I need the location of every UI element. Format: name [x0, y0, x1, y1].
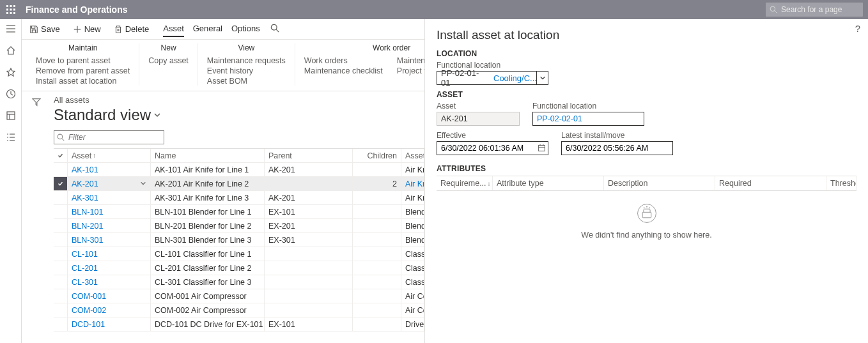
rib-work-orders[interactable]: Work orders [304, 56, 383, 65]
label-functional-location-2: Functional location [532, 102, 644, 111]
cell-name: AK-101 Air Knife for Line 1 [151, 163, 265, 176]
svg-rect-15 [7, 112, 15, 119]
rib-copy-asset[interactable]: Copy asset [148, 56, 189, 65]
new-button[interactable]: New [70, 23, 104, 35]
cell-parent [265, 261, 353, 275]
tab-options[interactable]: Options [231, 21, 260, 37]
filter-pane-icon[interactable] [32, 98, 54, 109]
table-row[interactable]: CL-101CL-101 Classifier for Line 1Classi… [54, 247, 424, 261]
attr-col-threshold[interactable]: Thresho [826, 176, 856, 190]
grid-filter-input[interactable] [54, 130, 164, 144]
view-selector[interactable]: Standard view [54, 106, 424, 124]
row-checkbox[interactable] [54, 177, 68, 190]
save-button[interactable]: Save [27, 23, 63, 35]
delete-button[interactable]: Delete [111, 23, 152, 35]
ribbon-group-maintain: Maintain [36, 43, 130, 52]
rib-install-location[interactable]: Install asset at location [36, 77, 130, 86]
row-checkbox[interactable] [54, 233, 68, 247]
table-row[interactable]: COM-002COM-002 Air CompressorAir Co [54, 303, 424, 317]
cell-name: AK-301 Air Knife for Line 3 [151, 191, 265, 204]
effective-field[interactable] [437, 141, 548, 155]
col-name[interactable]: Name [151, 149, 265, 162]
help-icon[interactable]: ? [855, 23, 860, 34]
row-checkbox[interactable] [54, 247, 68, 261]
ribbon-group-new: New [148, 43, 189, 52]
table-row[interactable]: AK-201AK-201 Air Knife for Line 22Air Kn [54, 177, 424, 191]
cell-parent [265, 303, 353, 317]
chevron-down-icon[interactable] [536, 72, 548, 84]
functional-location-combo[interactable]: PP-02-01-01 Cooling/C... [437, 71, 548, 85]
attr-col-type[interactable]: Attribute type [493, 176, 604, 190]
save-label: Save [41, 24, 60, 34]
cell-asset-type: Air Kn [401, 191, 424, 204]
actionbar-search-icon[interactable] [270, 24, 279, 34]
attr-col-requirement[interactable]: Requireme...↓ [437, 176, 493, 190]
cell-asset[interactable]: DCD-101 [68, 317, 151, 331]
row-checkbox[interactable] [54, 289, 68, 303]
row-checkbox[interactable] [54, 219, 68, 232]
table-row[interactable]: AK-301AK-301 Air Knife for Line 3AK-201A… [54, 191, 424, 205]
cell-asset[interactable]: CL-101 [68, 247, 151, 261]
col-select[interactable] [54, 149, 68, 162]
rib-asset-bom[interactable]: Asset BOM [207, 77, 286, 86]
col-asset-type[interactable]: Asset t [401, 149, 424, 162]
svg-line-10 [775, 11, 777, 13]
cell-asset-type: Drive- [401, 317, 424, 331]
home-icon[interactable] [4, 43, 18, 57]
nav-menu-icon[interactable] [4, 22, 18, 36]
rib-maint-checklist[interactable]: Maintenance checklist [304, 66, 383, 75]
table-row[interactable]: AK-101AK-101 Air Knife for Line 1AK-201A… [54, 163, 424, 177]
row-checkbox[interactable] [54, 163, 68, 176]
col-parent[interactable]: Parent [265, 149, 353, 162]
svg-rect-4 [10, 9, 12, 11]
table-row[interactable]: DCD-101DCD-101 DC Drive for EX-101EX-101… [54, 317, 424, 332]
cell-asset[interactable]: BLN-101 [68, 205, 151, 218]
col-asset[interactable]: Asset↑ [68, 149, 151, 162]
rib-remove-parent[interactable]: Remove from parent asset [36, 66, 130, 75]
rib-event-history[interactable]: Event history [207, 66, 286, 75]
search-icon [770, 6, 777, 13]
table-row[interactable]: BLN-301BLN-301 Blender for Line 3EX-301B… [54, 233, 424, 247]
recent-icon[interactable] [4, 87, 18, 101]
svg-rect-6 [6, 12, 8, 14]
row-checkbox[interactable] [54, 191, 68, 204]
row-checkbox[interactable] [54, 275, 68, 289]
modules-icon[interactable] [4, 130, 18, 144]
row-checkbox[interactable] [54, 261, 68, 275]
global-search-input[interactable] [766, 3, 863, 17]
cell-asset[interactable]: CL-301 [68, 275, 151, 289]
table-row[interactable]: CL-301CL-301 Classifier for Line 3Classi… [54, 275, 424, 289]
attr-col-description[interactable]: Description [604, 176, 715, 190]
funcloc2-field[interactable] [532, 112, 644, 126]
cell-asset[interactable]: AK-301 [68, 191, 151, 204]
row-checkbox[interactable] [54, 317, 68, 331]
svg-point-36 [644, 208, 644, 208]
table-row[interactable]: BLN-101BLN-101 Blender for Line 1EX-101B… [54, 205, 424, 219]
cell-parent [265, 275, 353, 289]
cell-asset[interactable]: AK-201 [68, 177, 151, 190]
chevron-down-icon[interactable] [140, 179, 146, 188]
tab-general[interactable]: General [193, 21, 222, 37]
row-checkbox[interactable] [54, 205, 68, 218]
cell-asset[interactable]: BLN-201 [68, 219, 151, 232]
cell-asset[interactable]: COM-002 [68, 303, 151, 317]
cell-asset[interactable]: CL-201 [68, 261, 151, 275]
table-row[interactable]: COM-001COM-001 Air CompressorAir Co [54, 289, 424, 303]
app-launcher-icon[interactable] [0, 0, 22, 19]
workspaces-icon[interactable] [4, 109, 18, 123]
cell-name: BLN-301 Blender for Line 3 [151, 233, 265, 247]
svg-point-26 [271, 24, 277, 30]
rib-maint-requests[interactable]: Maintenance requests [207, 56, 286, 65]
tab-asset[interactable]: Asset [163, 21, 184, 37]
table-row[interactable]: BLN-201BLN-201 Blender for Line 2EX-201B… [54, 219, 424, 233]
cell-asset[interactable]: COM-001 [68, 289, 151, 303]
col-children[interactable]: Children [353, 149, 401, 162]
row-checkbox[interactable] [54, 303, 68, 317]
attr-col-required[interactable]: Required [715, 176, 826, 190]
table-row[interactable]: CL-201CL-201 Classifier for Line 2Classi… [54, 261, 424, 275]
cell-asset[interactable]: AK-101 [68, 163, 151, 176]
cell-asset[interactable]: BLN-301 [68, 233, 151, 247]
favorites-icon[interactable] [4, 65, 18, 79]
rib-move-parent[interactable]: Move to parent asset [36, 56, 130, 65]
calendar-icon[interactable] [538, 144, 546, 154]
